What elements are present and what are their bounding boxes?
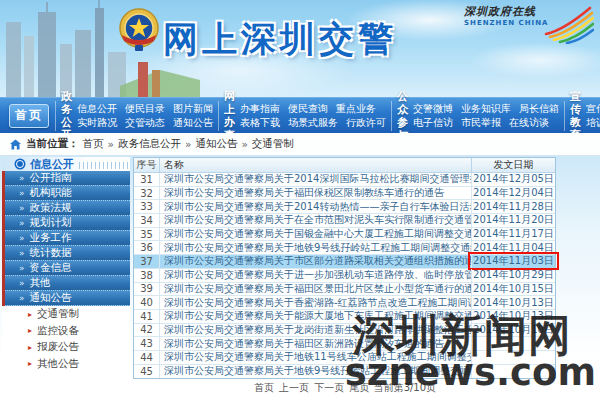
site-header: 网上深圳交警 深圳政府在线 SHENZHEN CHINA [0, 0, 600, 97]
notice-link[interactable]: 深圳市公安局交通警察局关于能源大厦地下车库工程施工期间调整交通组织的通告 [160, 309, 471, 323]
nav-item[interactable]: 通知公告 [173, 116, 213, 130]
breadcrumb-link[interactable]: 政务信息公开 [118, 137, 181, 151]
notice-link[interactable]: 深圳市公安局交通警察局关于在全市范围对泥头车实行限制通行交通管理措施的通告 [160, 213, 471, 227]
nav-item[interactable]: 图片新闻 [173, 102, 213, 116]
notice-link[interactable]: 深圳市公安局交通警察局关于地铁11号线车公庙站工程施工期间调整交通组织的通... [160, 350, 471, 364]
table-row: 42深圳市公安局交通警察局关于龙岗街道新生社区沿河路排洪渠整治工程施工期间调..… [134, 324, 555, 338]
sidebar-item-tongjishuju[interactable]: »统计数据 [5, 246, 130, 261]
breadcrumb: 当前位置： 首页 » 政务信息公开 » 通知公告 » 交通管制 [0, 133, 600, 156]
breadcrumb-link[interactable]: 通知公告 [195, 137, 237, 151]
sidebar-item-label: 政策法规 [30, 201, 72, 215]
row-date: 2014年10月15日 [471, 283, 555, 296]
breadcrumb-link[interactable]: 交通管制 [252, 137, 294, 151]
nav-item[interactable]: 宣传影片 [586, 102, 600, 116]
notice-link[interactable]: 深圳市公安局交通警察局关于2014转动热情——亲子自行车体验日活动期间交通临..… [160, 200, 471, 214]
sidebar-item-gongkaizhinan[interactable]: »公开指南 [5, 171, 130, 186]
sidebar-item-label: 资金信息 [30, 261, 72, 275]
table-row: 41深圳市公安局交通警察局关于能源大厦地下车库工程施工期间调整交通组织的通告20… [134, 310, 555, 324]
notice-link[interactable]: 深圳市公安局交通警察局关于香蜜湖路-红荔路节点改造工程施工期间调整交通组... [160, 296, 471, 310]
breadcrumb-separator: » [185, 138, 191, 150]
sidebar-subitem-jiankongshebei[interactable]: ▸监控设备 [2, 323, 130, 340]
nav-item[interactable]: 行政许可 [346, 116, 386, 130]
notice-link[interactable]: 深圳市公安局交通警察局关于福田区新洲路设置潮汐车道的通告 [160, 337, 471, 351]
notice-link[interactable]: 深圳市公安局交通警察局关于龙岗街道新生社区沿河路排洪渠整治工程施工期间调... [160, 323, 471, 337]
nav-item[interactable]: 业务知识库 [461, 102, 511, 116]
pagination-prev[interactable]: 上一页 [279, 382, 309, 393]
column-header-date: 发文日期 [471, 158, 555, 172]
notice-link[interactable]: 深圳市公安局交通警察局关于市区部分道路采取相关交通组织措施的通告 [160, 254, 471, 268]
notice-link[interactable]: 深圳市公安局交通警察局关于国银金融中心大厦工程施工期间调整交通组织的通告 [160, 227, 471, 241]
chevron-icon: » [19, 218, 25, 228]
nav-group-items: 交警微博 业务知识库 局长信箱 电子信访 市民举报 在线访谈 [413, 102, 559, 130]
chevron-icon: » [19, 248, 25, 258]
column-header-title: 名称 [160, 158, 471, 172]
sidebar-subitem-label: 交通管制 [37, 307, 79, 321]
sidebar-item-zhengcefagui[interactable]: »政策法规 [5, 201, 130, 216]
chevron-icon: » [19, 203, 25, 213]
nav-home-button[interactable]: 首页 [9, 104, 49, 128]
nav-item[interactable]: 在线访谈 [509, 116, 549, 130]
row-number: 33 [134, 200, 160, 213]
notice-link[interactable]: 深圳市公安局交通警察局关于2014深圳国际马拉松比赛期间交通管理措施的通告 [160, 172, 471, 186]
nav-group-label-line: 公众 [397, 90, 408, 116]
row-number: 41 [134, 310, 160, 323]
row-date: 2014年11月28日 [471, 200, 555, 213]
sidebar-header: 信息公开 [2, 157, 130, 171]
sidebar-subitem-jiaotongguanzhi[interactable]: ▸交通管制 [2, 306, 130, 323]
notice-link[interactable]: 深圳市公安局交通警察局关于福田区景田北片区禁止小型货车通行的通告 [160, 282, 471, 296]
breadcrumb-link[interactable]: 首页 [83, 137, 104, 151]
nav-group-wangshang: 网上 办事 办事指南 便民查询 重点业务 表格下载 场景式服务 行政许可 [218, 101, 391, 131]
notice-link[interactable]: 深圳市公安局交通警察局关于福田保税区限制教练车通行的通告 [160, 186, 471, 200]
sidebar-item-label: 公开指南 [30, 171, 72, 185]
sidebar-subitem-label: 报废公告 [37, 340, 79, 354]
sidebar-subitem-label: 监控设备 [37, 324, 79, 338]
sidebar-item-yewugongzuo[interactable]: »业务工作 [5, 231, 130, 246]
sidebar-item-qita[interactable]: »其他 [5, 276, 130, 291]
notice-link[interactable]: 深圳市公安局交通警察局关于进一步加强机动车道路停放、临时停放管理的通告 [160, 268, 471, 282]
nav-item[interactable]: 交警微博 [413, 102, 453, 116]
bullet-icon: ▸ [28, 326, 32, 335]
nav-group-zhengwu: 政务 公开 信息公开 便民目录 图片新闻 实时路况 交管动态 通知公告 [55, 101, 218, 131]
nav-item[interactable]: 市民举报 [461, 116, 501, 130]
chevron-icon: » [19, 233, 25, 243]
nav-item[interactable]: 重点业务 [336, 102, 376, 116]
nav-group-label-line: 宣传 [570, 90, 581, 116]
police-badge-icon [118, 7, 160, 53]
row-date: 2014年10月29日 [471, 269, 555, 282]
sidebar-subitem-qitagonggao[interactable]: ▸其他公告 [2, 356, 130, 373]
nav-group-label-line: 网上 [224, 90, 235, 116]
sidebar-subitem-baofeigonggao[interactable]: ▸报废公告 [2, 339, 130, 356]
bullet-icon: ▸ [28, 359, 32, 368]
row-number: 37 [134, 255, 160, 268]
sidebar: 信息公开 »公开指南 »机构职能 »政策法规 »规划计划 »业务工作 »统计数据… [2, 157, 130, 399]
nav-item[interactable]: 信息公开 [77, 102, 117, 116]
sidebar-item-jigouzhineng[interactable]: »机构职能 [5, 186, 130, 201]
page: 网上深圳交警 深圳政府在线 SHENZHEN CHINA 首页 政务 公开 [0, 0, 600, 400]
nav-item[interactable]: 表格下载 [240, 116, 280, 130]
nav-item[interactable]: 交管动态 [125, 116, 165, 130]
pagination-last[interactable]: 尾页 [349, 382, 369, 393]
sidebar-subitem-label: 其他公告 [37, 357, 79, 371]
notice-link[interactable]: 深圳市公安局交通警察局关于地铁9号线孖岭站工程施工期间调整交通组织的通告 [160, 241, 471, 255]
sidebar-item-tongzhigonggao[interactable]: »通知公告 [5, 291, 130, 306]
table-row: 40深圳市公安局交通警察局关于香蜜湖路-红荔路节点改造工程施工期间调整交通组..… [134, 296, 555, 310]
nav-group-items: 信息公开 便民目录 图片新闻 实时路况 交管动态 通知公告 [77, 102, 213, 130]
row-date: 2014年10月13日 [471, 296, 555, 309]
nav-item[interactable]: 办事指南 [240, 102, 280, 116]
notice-link[interactable]: 深圳市公安局交通警察局关于地铁9号线孖岭站工程施工期间调整交通组织的通告 [160, 364, 471, 378]
nav-item[interactable]: 电子信访 [413, 116, 453, 130]
nav-item[interactable]: 局长信箱 [519, 102, 559, 116]
nav-item[interactable]: 培训预约 [586, 116, 600, 130]
nav-item[interactable]: 实时路况 [77, 116, 117, 130]
pagination-first[interactable]: 首页 [254, 382, 274, 393]
nav-item[interactable]: 便民目录 [125, 102, 165, 116]
row-number: 38 [134, 269, 160, 282]
sidebar-item-zijinxinxi[interactable]: »资金信息 [5, 261, 130, 276]
nav-item[interactable]: 便民查询 [288, 102, 328, 116]
row-date [471, 337, 555, 350]
sidebar-item-guihuajihua[interactable]: »规划计划 [5, 216, 130, 231]
pagination-next[interactable]: 下一页 [314, 382, 344, 393]
pagination: 首页 上一页 下一页 尾页 当前第3/10页 [133, 381, 556, 395]
nav-item[interactable]: 场景式服务 [288, 116, 338, 130]
row-number: 40 [134, 296, 160, 309]
